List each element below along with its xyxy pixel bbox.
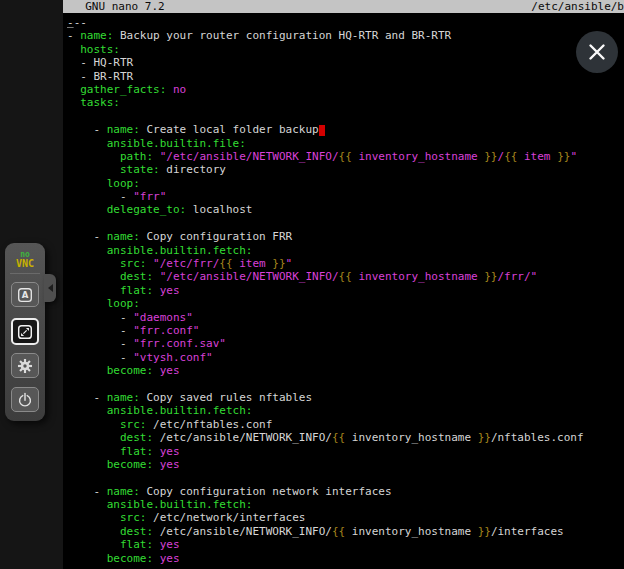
editor-line: become: yes (67, 552, 624, 565)
editor-line: - "frr" (67, 190, 624, 203)
editor-line: - BR-RTR (67, 70, 624, 83)
editor-line: delegate_to: localhost (67, 203, 624, 216)
nano-file-path: /etc/ansible/b (531, 0, 624, 13)
collapse-arrow-icon (48, 284, 53, 292)
power-button[interactable] (11, 387, 39, 412)
editor-line: - "frr.conf" (67, 324, 624, 337)
editor-line: src: /etc/nftables.conf (67, 418, 624, 431)
editor-line: - name: Copy configuration FRR (67, 230, 624, 243)
editor-line: ansible.builtin.fetch: (67, 244, 624, 257)
editor-line: - name: Copy configuration network inter… (67, 485, 624, 498)
vnc-terminal-canvas[interactable]: GNU nano 7.2 /etc/ansible/b ---- name: B… (63, 0, 624, 569)
close-icon (575, 30, 619, 74)
novnc-control-bar: no VNC A (5, 243, 45, 421)
clipboard-letter: A (22, 290, 29, 300)
logo-separator (10, 273, 40, 274)
nano-editor-content[interactable]: ---- name: Backup your router configurat… (63, 13, 624, 565)
editor-line: ansible.builtin.fetch: (67, 404, 624, 417)
editor-line: - name: Copy saved rules nftables (67, 391, 624, 404)
editor-line: ansible.builtin.fetch: (67, 498, 624, 511)
editor-line: dest: "/etc/ansible/NETWORK_INFO/{{ inve… (67, 270, 624, 283)
gear-icon (16, 357, 34, 375)
editor-line: tasks: (67, 96, 624, 109)
editor-line: - "vtysh.conf" (67, 351, 624, 364)
editor-line: state: directory (67, 163, 624, 176)
editor-line: src: /etc/network/interfaces (67, 511, 624, 524)
editor-line: - name: Backup your router configuration… (67, 29, 624, 42)
novnc-logo: no VNC (5, 250, 45, 268)
screen: { "vnc_controlbar": { "logo": {"line1": … (0, 0, 624, 569)
editor-line: become: yes (67, 458, 624, 471)
vnc-background-strip: no VNC A (0, 0, 63, 569)
fullscreen-icon (16, 323, 34, 341)
settings-button[interactable] (11, 353, 39, 378)
editor-line: src: "/etc/frr/{{ item }}" (67, 257, 624, 270)
editor-line: dest: /etc/ansible/NETWORK_INFO/{{ inven… (67, 525, 624, 538)
editor-line: flat: yes (67, 445, 624, 458)
editor-line: hosts: (67, 43, 624, 56)
editor-line (67, 217, 624, 230)
clipboard-icon: A (16, 286, 34, 304)
editor-line: path: "/etc/ansible/NETWORK_INFO/{{ inve… (67, 150, 624, 163)
editor-line (67, 378, 624, 391)
editor-line: - HQ-RTR (67, 56, 624, 69)
editor-line: - "frr.conf.sav" (67, 337, 624, 350)
editor-line: dest: /etc/ansible/NETWORK_INFO/{{ inven… (67, 431, 624, 444)
editor-line: - name: Create local folder backup (67, 123, 624, 136)
nano-title-bar: GNU nano 7.2 /etc/ansible/b (63, 0, 624, 13)
novnc-logo-line2: VNC (5, 259, 45, 268)
editor-line: flat: yes (67, 538, 624, 551)
controlbar-collapse-handle[interactable] (44, 274, 56, 302)
fullscreen-button[interactable] (11, 318, 39, 345)
editor-line: - "daemons" (67, 311, 624, 324)
editor-line: become: yes (67, 364, 624, 377)
editor-line (67, 110, 624, 123)
nano-app-title: GNU nano 7.2 (72, 0, 165, 13)
power-icon (16, 391, 34, 409)
editor-line: flat: yes (67, 284, 624, 297)
editor-line: loop: (67, 177, 624, 190)
editor-line: ansible.builtin.file: (67, 137, 624, 150)
close-button[interactable] (575, 30, 619, 74)
editor-line: --- (67, 16, 624, 29)
clipboard-button[interactable]: A (11, 282, 39, 307)
editor-line (67, 471, 624, 484)
editor-line: gather_facts: no (67, 83, 624, 96)
editor-line: loop: (67, 297, 624, 310)
